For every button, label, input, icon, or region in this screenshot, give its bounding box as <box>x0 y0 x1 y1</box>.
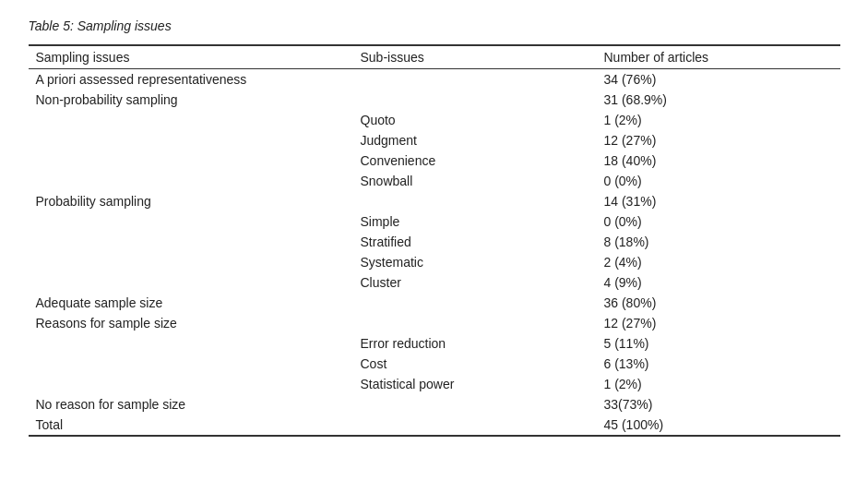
sampling-cell: Probability sampling <box>29 191 353 211</box>
subissue-cell: Judgment <box>353 130 597 150</box>
subissue-cell: Convenience <box>353 150 597 171</box>
number-cell: 1 (2%) <box>597 374 840 394</box>
number-cell: 2 (4%) <box>597 252 840 272</box>
sampling-cell: Total <box>29 415 353 436</box>
sampling-cell <box>29 130 353 150</box>
sampling-cell: Non-probability sampling <box>29 90 353 110</box>
sampling-cell <box>29 211 353 232</box>
number-cell: 12 (27%) <box>597 313 840 333</box>
number-cell: 1 (2%) <box>597 110 840 130</box>
subissue-cell <box>353 293 597 313</box>
sampling-cell <box>29 110 353 130</box>
number-cell: 4 (9%) <box>597 272 840 293</box>
table-row: Cluster4 (9%) <box>29 272 840 293</box>
number-cell: 18 (40%) <box>597 150 840 171</box>
number-cell: 5 (11%) <box>597 333 840 354</box>
subissue-cell: Snowball <box>353 171 597 191</box>
number-cell: 33(73%) <box>597 394 840 415</box>
sampling-cell <box>29 252 353 272</box>
subissue-cell <box>353 69 597 90</box>
table-row: Convenience18 (40%) <box>29 150 840 171</box>
subissue-cell: Error reduction <box>353 333 597 354</box>
number-cell: 6 (13%) <box>597 354 840 374</box>
table-row: Probability sampling14 (31%) <box>29 191 840 211</box>
col-sampling-header: Sampling issues <box>29 45 353 69</box>
sampling-table: Sampling issues Sub-issues Number of art… <box>29 44 840 437</box>
subissue-cell <box>353 90 597 110</box>
table-row: Statistical power1 (2%) <box>29 374 840 394</box>
table-row: Non-probability sampling31 (68.9%) <box>29 90 840 110</box>
subissue-cell: Simple <box>353 211 597 232</box>
sampling-cell <box>29 333 353 354</box>
number-cell: 0 (0%) <box>597 171 840 191</box>
subissue-cell: Statistical power <box>353 374 597 394</box>
subissue-cell: Cluster <box>353 272 597 293</box>
number-cell: 34 (76%) <box>597 69 840 90</box>
table-row: Snowball0 (0%) <box>29 171 840 191</box>
sampling-cell: A priori assessed representativeness <box>29 69 353 90</box>
sampling-cell: Adequate sample size <box>29 293 353 313</box>
subissue-cell: Stratified <box>353 232 597 252</box>
table-title: Table 5: Sampling issues <box>29 18 840 33</box>
subissue-cell: Systematic <box>353 252 597 272</box>
col-number-header: Number of articles <box>597 45 840 69</box>
subissue-cell: Cost <box>353 354 597 374</box>
subissue-cell: Quoto <box>353 110 597 130</box>
number-cell: 8 (18%) <box>597 232 840 252</box>
sampling-cell <box>29 150 353 171</box>
subissue-cell <box>353 191 597 211</box>
table-row: Reasons for sample size12 (27%) <box>29 313 840 333</box>
table-row: Quoto1 (2%) <box>29 110 840 130</box>
sampling-cell: Reasons for sample size <box>29 313 353 333</box>
sampling-cell <box>29 354 353 374</box>
sampling-cell <box>29 272 353 293</box>
table-row: Total45 (100%) <box>29 415 840 436</box>
subissue-cell <box>353 313 597 333</box>
table-row: Error reduction5 (11%) <box>29 333 840 354</box>
col-subissues-header: Sub-issues <box>353 45 597 69</box>
table-body: A priori assessed representativeness34 (… <box>29 69 840 437</box>
sampling-cell: No reason for sample size <box>29 394 353 415</box>
table-row: Cost6 (13%) <box>29 354 840 374</box>
table-row: A priori assessed representativeness34 (… <box>29 69 840 90</box>
subissue-cell <box>353 415 597 436</box>
table-row: Systematic2 (4%) <box>29 252 840 272</box>
number-cell: 45 (100%) <box>597 415 840 436</box>
number-cell: 31 (68.9%) <box>597 90 840 110</box>
number-cell: 12 (27%) <box>597 130 840 150</box>
number-cell: 36 (80%) <box>597 293 840 313</box>
table-header-row: Sampling issues Sub-issues Number of art… <box>29 45 840 69</box>
number-cell: 14 (31%) <box>597 191 840 211</box>
table-row: Stratified8 (18%) <box>29 232 840 252</box>
number-cell: 0 (0%) <box>597 211 840 232</box>
table-row: Adequate sample size36 (80%) <box>29 293 840 313</box>
sampling-cell <box>29 171 353 191</box>
table-row: Simple0 (0%) <box>29 211 840 232</box>
page-container: Table 5: Sampling issues Sampling issues… <box>29 18 840 437</box>
sampling-cell <box>29 232 353 252</box>
table-row: No reason for sample size33(73%) <box>29 394 840 415</box>
subissue-cell <box>353 394 597 415</box>
table-row: Judgment12 (27%) <box>29 130 840 150</box>
sampling-cell <box>29 374 353 394</box>
